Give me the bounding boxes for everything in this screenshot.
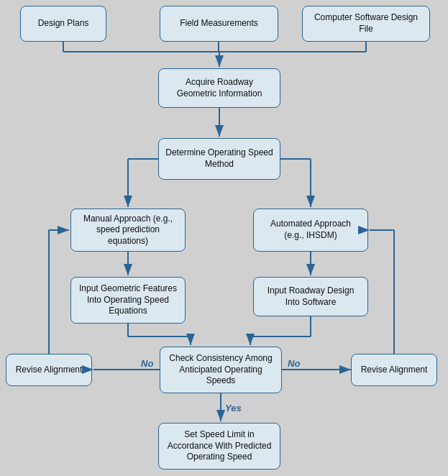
revise-right-label: Revise Alignment (361, 365, 428, 376)
automated-approach-box: Automated Approach (e.g., IHSDM) (253, 209, 368, 252)
automated-approach-label: Automated Approach (e.g., IHSDM) (260, 219, 362, 241)
revise-left-label: Revise Alignment (16, 365, 83, 376)
computer-software-label: Computer Software Design File (308, 12, 424, 35)
manual-approach-box: Manual Approach (e.g., speed prediction … (70, 209, 186, 252)
no-right-label: No (288, 358, 300, 369)
acquire-roadway-label: Acquire Roadway Geometric Information (165, 77, 274, 99)
determine-operating-label: Determine Operating Speed Method (165, 147, 274, 170)
input-geometric-box: Input Geometric Features Into Operating … (70, 277, 186, 324)
check-consistency-label: Check Consistency Among Anticipated Oper… (166, 353, 275, 387)
acquire-roadway-box: Acquire Roadway Geometric Information (158, 68, 280, 108)
set-speed-label: Set Speed Limit in Accordance With Predi… (165, 429, 274, 463)
design-plans-box: Design Plans (20, 6, 106, 42)
yes-label: Yes (225, 403, 242, 413)
field-measurements-label: Field Measurements (180, 18, 258, 29)
input-roadway-label: Input Roadway Design Into Software (260, 285, 362, 308)
input-roadway-box: Input Roadway Design Into Software (253, 277, 368, 316)
flowchart: Design Plans Field Measurements Computer… (0, 0, 448, 476)
no-left-label: No (141, 358, 153, 369)
revise-right-box: Revise Alignment (351, 354, 437, 386)
determine-operating-box: Determine Operating Speed Method (158, 138, 280, 180)
input-geometric-label: Input Geometric Features Into Operating … (77, 283, 179, 317)
revise-left-box: Revise Alignment (6, 354, 92, 386)
set-speed-box: Set Speed Limit in Accordance With Predi… (158, 423, 280, 470)
design-plans-label: Design Plans (38, 18, 89, 29)
check-consistency-box: Check Consistency Among Anticipated Oper… (160, 347, 282, 393)
computer-software-box: Computer Software Design File (302, 6, 430, 42)
manual-approach-label: Manual Approach (e.g., speed prediction … (77, 214, 179, 247)
field-measurements-box: Field Measurements (160, 6, 278, 42)
